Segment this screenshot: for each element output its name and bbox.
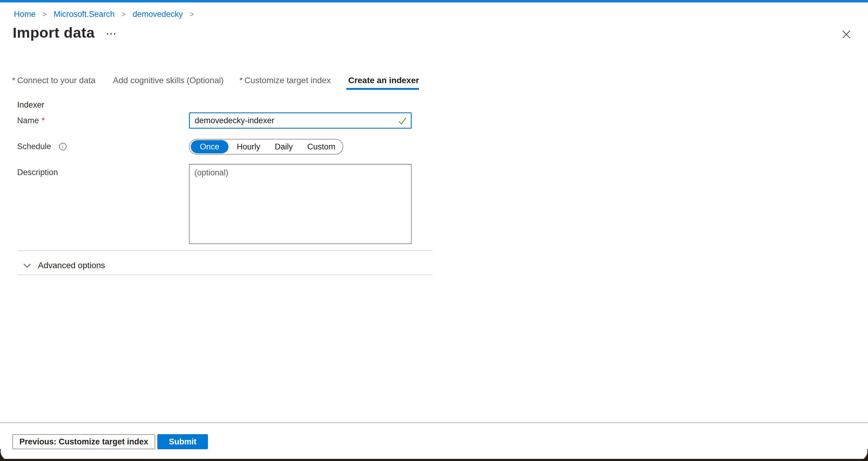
schedule-option-daily[interactable]: Daily — [268, 140, 300, 154]
divider — [17, 250, 433, 251]
description-textarea[interactable] — [189, 164, 412, 244]
divider — [17, 275, 433, 275]
tab-label: Connect to your data — [17, 75, 96, 85]
window-corner-right — [858, 449, 868, 461]
breadcrumb-link-demovedecky[interactable]: demovedecky — [133, 10, 183, 19]
breadcrumb-separator-icon: > — [121, 10, 126, 19]
advanced-options-label: Advanced options — [38, 260, 105, 270]
advanced-options-toggle[interactable]: Advanced options — [23, 257, 105, 274]
schedule-option-custom[interactable]: Custom — [300, 140, 343, 154]
required-asterisk: * — [41, 116, 45, 125]
description-field-label: Description — [17, 168, 58, 177]
name-field-wrap — [189, 113, 412, 129]
submit-button[interactable]: Submit — [157, 434, 208, 449]
breadcrumb-separator-icon: > — [42, 10, 47, 19]
breadcrumb-separator-icon: > — [190, 10, 194, 19]
tab-connect-to-your-data[interactable]: *Connect to your data — [12, 75, 96, 90]
breadcrumb: Home > Microsoft.Search > demovedecky > — [14, 9, 198, 19]
portal-accent-bar — [0, 0, 868, 2]
close-icon — [842, 30, 851, 39]
tab-label: Customize target index — [244, 75, 331, 85]
schedule-field-label: Schedule i — [17, 139, 67, 154]
tab-label: Create an indexer — [348, 75, 419, 85]
tab-create-an-indexer[interactable]: Create an indexer — [346, 75, 419, 90]
footer-divider — [0, 423, 868, 423]
page-title: Import data — [13, 24, 95, 41]
previous-step-button[interactable]: Previous: Customize target index — [12, 434, 155, 449]
info-icon[interactable]: i — [59, 143, 67, 150]
tab-customize-target-index[interactable]: *Customize target index — [239, 75, 331, 90]
wizard-tabs: *Connect to your data Add cognitive skil… — [12, 75, 419, 90]
validation-checkmark-icon — [397, 116, 407, 126]
desktop-edge-strip — [0, 459, 868, 461]
tab-label: Add cognitive skills (Optional) — [113, 75, 224, 85]
close-button[interactable] — [840, 28, 853, 41]
schedule-option-hourly[interactable]: Hourly — [230, 140, 268, 154]
window-corner-left — [0, 449, 10, 461]
name-field-label: Name * — [17, 113, 45, 129]
breadcrumb-link-home[interactable]: Home — [14, 10, 36, 19]
more-options-button[interactable] — [104, 28, 118, 39]
indexer-section-label: Indexer — [17, 100, 44, 110]
more-options-icon — [107, 33, 108, 35]
schedule-option-once[interactable]: Once — [191, 140, 228, 153]
schedule-segmented-control: Once Hourly Daily Custom — [189, 139, 343, 155]
chevron-down-icon — [23, 263, 31, 268]
indexer-name-input[interactable] — [189, 113, 412, 129]
breadcrumb-link-microsoft-search[interactable]: Microsoft.Search — [54, 10, 115, 19]
tab-add-cognitive-skills[interactable]: Add cognitive skills (Optional) — [111, 75, 224, 90]
